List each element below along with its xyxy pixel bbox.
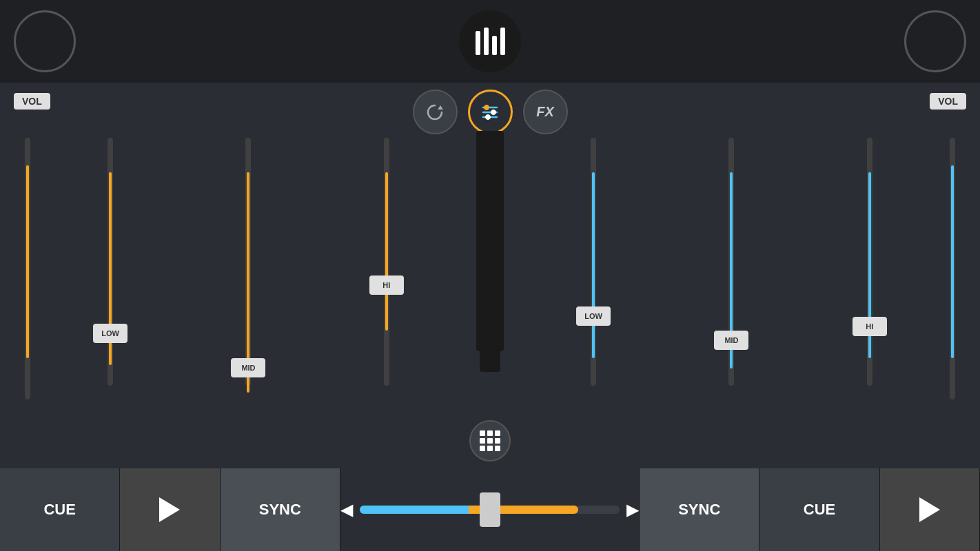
low-right-label: LOW — [584, 312, 602, 320]
vol-right-label: VOL — [930, 93, 966, 110]
play-right-button[interactable] — [880, 468, 980, 551]
crossfader-section: ◀ ▶ — [340, 468, 640, 551]
cue-right-button[interactable]: CUE — [759, 468, 879, 551]
hi-right-thumb[interactable]: HI — [853, 317, 887, 336]
center-crossfader-vertical[interactable] — [476, 131, 504, 351]
deck-b-mid-slider[interactable]: MID — [728, 131, 734, 461]
svg-point-6 — [486, 114, 491, 119]
deck-a-mid-slider[interactable]: MID — [245, 131, 251, 461]
vol-left-label: VOL — [14, 93, 50, 110]
hi-right-label: HI — [866, 322, 873, 331]
cue-left-button[interactable]: CUE — [0, 468, 120, 551]
crossfader-track[interactable] — [360, 506, 620, 514]
hi-left-thumb[interactable]: HI — [369, 276, 404, 295]
bottom-bar: CUE SYNC ◀ ▶ SYNC CUE — [0, 468, 980, 551]
arrow-left-icon: ◀ — [340, 500, 353, 519]
vol-right-slider[interactable] — [939, 124, 966, 468]
menu-button[interactable] — [459, 10, 521, 72]
reset-icon — [424, 101, 446, 123]
top-controls: VOL FX VOL — [0, 83, 980, 124]
deck-b-low-slider[interactable]: LOW — [591, 131, 596, 461]
crossfader-left-fill — [360, 506, 469, 514]
deck-a-sliders: LOW MID HI — [41, 124, 456, 468]
deck-b-sliders: LOW MID HI — [524, 124, 939, 468]
top-bar — [0, 0, 980, 83]
deck-b-knob[interactable] — [904, 10, 966, 72]
deck-a-low-slider[interactable]: LOW — [108, 131, 113, 461]
fx-label: FX — [536, 104, 554, 120]
crossfader-thumb[interactable] — [480, 492, 500, 527]
low-left-thumb[interactable]: LOW — [93, 324, 127, 343]
arrow-right-icon: ▶ — [626, 500, 639, 519]
mixer-area: VOL FX VOL — [0, 83, 980, 468]
bars-icon — [476, 28, 505, 55]
svg-marker-0 — [438, 105, 443, 110]
sliders-section: LOW MID HI — [0, 124, 980, 468]
mid-left-thumb[interactable]: MID — [231, 358, 265, 377]
sync-right-button[interactable]: SYNC — [640, 468, 759, 551]
cue-right-label: CUE — [804, 501, 835, 519]
sync-left-button[interactable]: SYNC — [221, 468, 340, 551]
play-left-icon — [159, 497, 180, 522]
svg-point-4 — [491, 110, 496, 114]
deck-b-hi-slider[interactable]: HI — [867, 131, 872, 461]
mid-right-thumb[interactable]: MID — [714, 331, 748, 350]
mid-right-label: MID — [724, 336, 738, 344]
cue-left-label: CUE — [43, 501, 75, 519]
deck-a-knob[interactable] — [14, 10, 76, 72]
play-right-icon — [919, 497, 940, 522]
mixer-icon — [480, 102, 500, 123]
mid-left-label: MID — [241, 364, 255, 372]
vol-left-slider[interactable] — [14, 124, 41, 468]
grid-button[interactable] — [469, 420, 511, 461]
low-right-thumb[interactable]: LOW — [576, 306, 611, 326]
center-column — [456, 124, 524, 468]
play-left-button[interactable] — [120, 468, 220, 551]
sync-right-label: SYNC — [678, 501, 720, 519]
hi-left-label: HI — [382, 281, 390, 289]
deck-a-hi-slider[interactable]: HI — [384, 131, 389, 461]
svg-point-2 — [484, 105, 489, 110]
grid-icon — [480, 430, 500, 451]
low-left-label: LOW — [101, 329, 119, 337]
sync-left-label: SYNC — [259, 501, 301, 519]
